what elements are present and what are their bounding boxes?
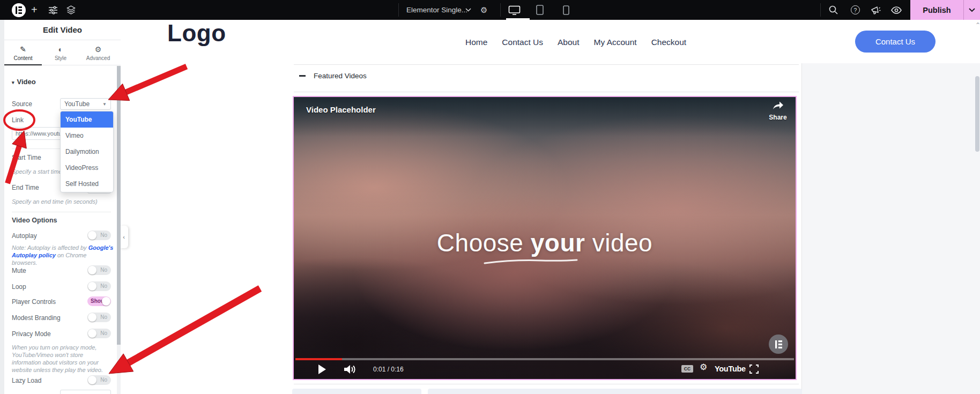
next-control-partial-input[interactable] <box>60 390 111 394</box>
source-select[interactable]: YouTube ▼ <box>60 98 111 110</box>
question-mark-icon: ? <box>851 5 860 14</box>
accordion-top-border <box>294 64 799 65</box>
play-button[interactable] <box>318 365 326 374</box>
captions-cc-button[interactable]: CC <box>681 365 693 373</box>
section-video-header[interactable]: ▾Video <box>12 78 121 86</box>
help-icon[interactable]: ? <box>851 0 860 20</box>
toggle-knob <box>102 297 110 306</box>
document-title[interactable]: Elementor Single... <box>406 0 467 20</box>
site-navigation: Home Contact Us About My Account Checkou… <box>465 38 686 47</box>
video-controls-bar: 0:01 / 0:16 CC ⚙ YouTube <box>294 363 796 377</box>
topbar-divider <box>500 3 501 17</box>
youtube-logo[interactable]: YouTube <box>715 365 746 373</box>
pencil-icon: ✎ <box>20 45 26 54</box>
video-timestamp: 0:01 / 0:16 <box>373 366 404 373</box>
whats-new-megaphone-icon[interactable] <box>871 0 881 20</box>
elementor-logo[interactable] <box>12 0 26 20</box>
autoplay-label: Autoplay <box>12 232 37 240</box>
editor-top-bar: + Elementor Single... ⚙ ? Publish <box>0 0 980 20</box>
source-option-vimeo[interactable]: Vimeo <box>61 128 113 144</box>
source-option-dailymotion[interactable]: Dailymotion <box>61 144 113 160</box>
loop-label: Loop <box>12 283 26 291</box>
link-label: Link <box>12 116 24 124</box>
minus-icon <box>299 75 306 77</box>
share-arrow-icon <box>772 101 784 111</box>
settings-gear-icon[interactable]: ⚙ <box>480 0 487 20</box>
modest-branding-label: Modest Branding <box>12 314 61 322</box>
source-dropdown-list: YouTube Vimeo Dailymotion VideoPress Sel… <box>60 111 114 192</box>
modest-branding-toggle[interactable]: No <box>87 313 111 322</box>
toggle-knob <box>88 376 96 384</box>
video-widget[interactable]: Video Placeholder Share Choose your vide… <box>293 96 797 380</box>
panel-tabs: ✎ Content ◐ Style ⚙ Advanced <box>4 41 121 65</box>
finder-search-icon[interactable] <box>829 0 838 20</box>
divider <box>12 212 111 212</box>
next-section-block <box>292 389 421 394</box>
loop-toggle[interactable]: No <box>87 281 111 291</box>
toggle-knob <box>88 329 96 338</box>
video-options-heading: Video Options <box>12 217 57 224</box>
preview-eye-icon[interactable] <box>891 0 902 20</box>
editor-panel: Edit Video ✎ Content ◐ Style ⚙ Advanced … <box>4 20 121 394</box>
page-scrollbar-thumb[interactable] <box>975 76 979 152</box>
elementor-logo-icon <box>12 3 26 17</box>
tab-content[interactable]: ✎ Content <box>4 41 42 65</box>
contact-us-button[interactable]: Contact Us <box>855 31 936 53</box>
tab-advanced[interactable]: ⚙ Advanced <box>79 41 117 65</box>
video-progress-played <box>295 358 342 360</box>
device-desktop-button[interactable] <box>508 0 521 20</box>
player-controls-toggle[interactable]: Show <box>87 296 111 306</box>
volume-icon[interactable] <box>343 364 356 375</box>
toggle-knob <box>88 282 96 291</box>
topbar-divider <box>398 3 399 17</box>
share-button[interactable]: Share <box>766 101 790 121</box>
lazy-load-label: Lazy Load <box>12 377 41 384</box>
section-collapse-caret-icon: ▾ <box>12 80 14 85</box>
player-controls-label: Player Controls <box>12 298 56 306</box>
fullscreen-button[interactable] <box>749 365 759 374</box>
publish-button[interactable]: Publish <box>910 0 963 20</box>
tab-style[interactable]: ◐ Style <box>42 41 79 65</box>
nav-item-home[interactable]: Home <box>465 38 487 47</box>
toggle-knob <box>88 266 96 274</box>
source-option-videopress[interactable]: VideoPress <box>61 160 113 176</box>
privacy-mode-toggle[interactable]: No <box>87 329 111 338</box>
video-progress-bar[interactable] <box>295 358 794 360</box>
source-option-self-hosted[interactable]: Self Hosted <box>61 176 113 192</box>
site-logo[interactable]: Logo <box>167 20 226 47</box>
device-tablet-button[interactable] <box>536 0 544 20</box>
section-bottom-border <box>294 384 799 384</box>
gear-icon: ⚙ <box>95 45 102 54</box>
device-mobile-button[interactable] <box>563 0 569 20</box>
accordion-bottom-border <box>294 92 799 92</box>
next-section-block <box>428 389 802 394</box>
lazy-load-toggle[interactable]: No <box>87 375 111 385</box>
document-switcher-chevron-icon[interactable] <box>465 0 471 20</box>
nav-item-contact-us[interactable]: Contact Us <box>502 38 543 47</box>
panel-collapse-handle[interactable]: ‹ <box>120 226 128 248</box>
player-settings-gear-icon[interactable]: ⚙ <box>700 362 707 372</box>
nav-item-about[interactable]: About <box>558 38 580 47</box>
autoplay-note: Note: Autoplay is affected by Google's A… <box>12 244 114 266</box>
panel-scrollbar-thumb[interactable] <box>117 66 121 345</box>
site-settings-sliders-icon[interactable] <box>48 0 58 20</box>
add-element-button[interactable]: + <box>31 0 38 20</box>
privacy-mode-note: When you turn on privacy mode, YouTube/V… <box>12 344 114 374</box>
publish-options-chevron[interactable] <box>963 0 980 20</box>
nav-item-my-account[interactable]: My Account <box>594 38 637 47</box>
source-option-youtube[interactable]: YouTube <box>61 111 113 128</box>
topbar-divider <box>820 3 821 17</box>
mute-toggle[interactable]: No <box>87 265 111 275</box>
device-desktop-active-indicator <box>506 18 530 20</box>
nav-item-checkout[interactable]: Checkout <box>651 38 686 47</box>
video-heading: Choose your video <box>294 228 796 257</box>
accordion-header-featured-videos[interactable]: Featured Videos <box>299 72 367 80</box>
canvas-background <box>801 63 980 394</box>
heading-underline-stroke <box>482 258 579 265</box>
start-time-label: Start Time <box>12 154 41 161</box>
autoplay-toggle[interactable]: No <box>87 231 111 240</box>
panel-title: Edit Video <box>4 20 121 40</box>
page-scrollbar-up-arrow[interactable]: ⌃ <box>974 21 980 29</box>
structure-layers-icon[interactable] <box>66 0 76 20</box>
toggle-knob <box>88 313 96 322</box>
